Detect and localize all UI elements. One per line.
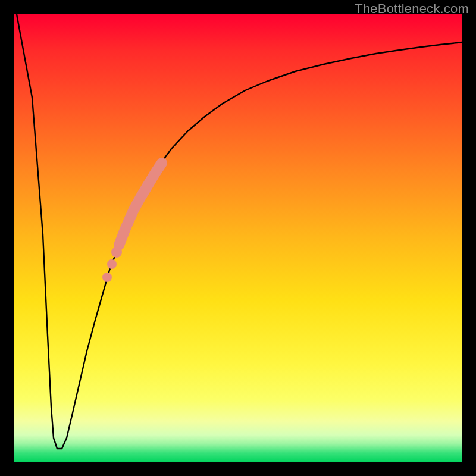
highlight-dot xyxy=(107,259,117,269)
watermark-text: TheBottleneck.com xyxy=(355,1,469,17)
plot-area xyxy=(14,14,462,462)
highlight-segment xyxy=(119,163,162,245)
highlight-dot xyxy=(111,247,122,258)
highlight-dot xyxy=(102,273,112,282)
curve-layer xyxy=(14,14,462,462)
bottleneck-curve xyxy=(17,14,462,449)
chart-frame: TheBottleneck.com xyxy=(0,0,476,476)
